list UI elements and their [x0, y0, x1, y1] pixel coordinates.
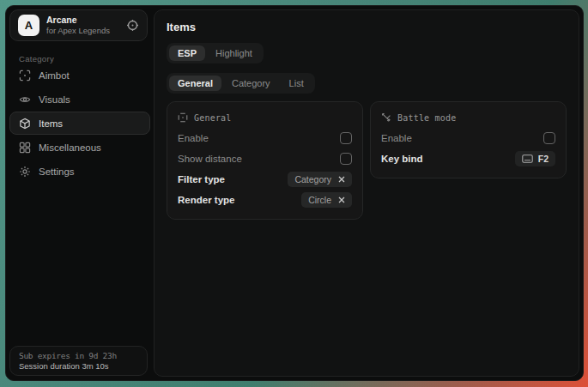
- box-icon: [19, 118, 31, 130]
- crosshair-frame-icon: [178, 112, 188, 123]
- battle-enable-checkbox[interactable]: [543, 132, 555, 144]
- setting-label: Render type: [178, 195, 234, 205]
- clear-icon[interactable]: [338, 176, 345, 183]
- enable-checkbox[interactable]: [340, 132, 352, 144]
- setting-label: Show distance: [178, 154, 242, 164]
- sidebar-item-aimbot[interactable]: Aimbot: [9, 63, 150, 87]
- app-window: A Arcane for Apex Legends Category: [5, 5, 584, 381]
- card-title: General: [194, 113, 232, 123]
- key-bind-button[interactable]: F2: [515, 151, 555, 166]
- grid-icon: [19, 142, 31, 154]
- sidebar-nav: Aimbot Visuals Items: [9, 63, 150, 184]
- selected-value: Circle: [308, 195, 331, 205]
- target-icon[interactable]: [126, 19, 139, 32]
- eye-icon: [19, 94, 31, 106]
- category-label: Category: [19, 54, 54, 63]
- sidebar: A Arcane for Apex Legends Category: [6, 6, 154, 380]
- general-settings-card: General Enable Show distance Filter type…: [167, 101, 363, 220]
- sidebar-item-label: Visuals: [39, 94, 70, 105]
- filter-type-select[interactable]: Category: [288, 172, 352, 187]
- sidebar-item-settings[interactable]: Settings: [9, 160, 150, 183]
- sidebar-item-label: Settings: [39, 166, 75, 177]
- battle-mode-card: Battle mode Enable Key bind: [370, 101, 567, 178]
- key-bind-value: F2: [538, 154, 549, 164]
- tab-general[interactable]: General: [169, 76, 221, 91]
- swords-icon: [381, 112, 391, 123]
- setting-row-show-distance: Show distance: [178, 148, 352, 169]
- setting-label: Enable: [178, 133, 209, 143]
- sidebar-item-visuals[interactable]: Visuals: [9, 88, 150, 111]
- sidebar-item-label: Miscellaneous: [39, 142, 101, 153]
- sidebar-item-miscellaneous[interactable]: Miscellaneous: [9, 136, 150, 159]
- tab-category[interactable]: Category: [223, 76, 279, 91]
- brand-card: A Arcane for Apex Legends: [9, 9, 148, 41]
- sidebar-item-label: Items: [39, 118, 63, 129]
- session-duration-text: Session duration 3m 10s: [19, 361, 138, 371]
- tab-highlight[interactable]: Highlight: [207, 45, 261, 61]
- setting-row-enable: Enable: [178, 128, 352, 148]
- setting-row-filter-type: Filter type Category: [178, 169, 352, 190]
- setting-label: Filter type: [178, 174, 225, 184]
- setting-label: Key bind: [381, 154, 423, 164]
- page-title: Items: [167, 21, 567, 33]
- setting-row-render-type: Render type Circle: [178, 190, 352, 210]
- sidebar-item-label: Aimbot: [39, 70, 70, 81]
- selected-value: Category: [294, 174, 331, 184]
- app-name: Arcane: [46, 15, 119, 26]
- focus-frame-icon: [19, 70, 31, 82]
- sub-tab-group: General Category List: [167, 73, 315, 94]
- keyboard-icon: [522, 154, 533, 163]
- app-subtitle: for Apex Legends: [46, 26, 119, 36]
- setting-label: Enable: [381, 133, 412, 143]
- render-type-select[interactable]: Circle: [301, 192, 352, 208]
- subscription-info: Sub expires in 9d 23h Session duration 3…: [9, 346, 148, 376]
- sub-expiry-text: Sub expires in 9d 23h: [19, 351, 138, 360]
- sidebar-item-items[interactable]: Items: [9, 112, 150, 135]
- card-title: Battle mode: [397, 113, 456, 123]
- main-panel: Items ESP Highlight General Category Lis…: [154, 9, 579, 377]
- mode-tab-group: ESP Highlight: [167, 43, 264, 63]
- gear-icon: [19, 166, 31, 178]
- app-logo: A: [18, 15, 39, 36]
- tab-list[interactable]: List: [281, 76, 312, 91]
- clear-icon[interactable]: [338, 197, 345, 203]
- tab-esp[interactable]: ESP: [169, 45, 205, 61]
- setting-row-key-bind: Key bind F2: [381, 148, 555, 169]
- show-distance-checkbox[interactable]: [340, 153, 352, 165]
- setting-row-enable: Enable: [381, 128, 555, 148]
